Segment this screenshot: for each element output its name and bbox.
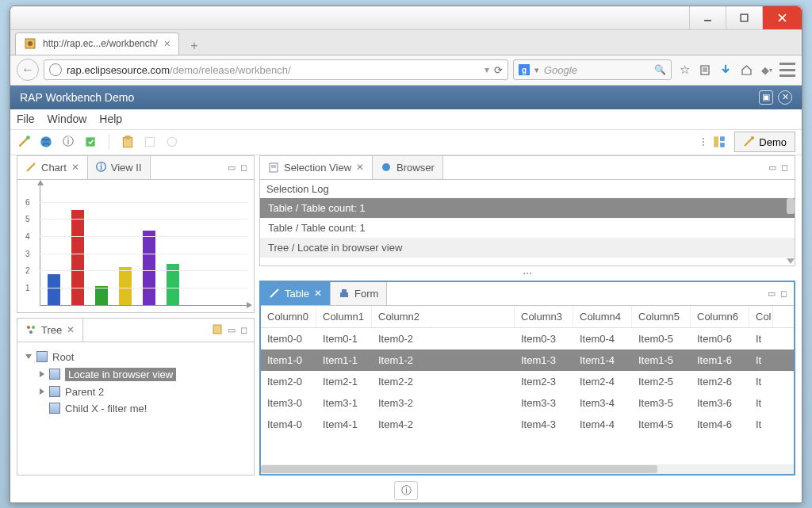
list-item[interactable]: Table / Table count: 1 [260,218,795,238]
chart-bar [143,231,155,304]
table-row[interactable]: Item2-0Item2-1Item2-2Item2-3Item2-4Item2… [261,371,794,392]
table[interactable]: Column0Column1Column2Column3Column4Colum… [261,306,794,474]
bookmark-star-icon[interactable]: ☆ [676,62,692,78]
svg-rect-24 [213,325,221,334]
selection-log-label: Selection Log [260,180,795,198]
restore-icon[interactable]: ▣ [759,90,773,105]
column-header[interactable]: Column0 [261,306,316,327]
minimize-view-icon[interactable]: ▭ [228,162,236,173]
close-icon[interactable]: ✕ [314,288,322,299]
close-icon[interactable]: ✕ [356,162,364,173]
close-button[interactable] [762,6,802,29]
refresh-icon[interactable] [83,135,98,149]
column-header[interactable]: Column3 [515,306,573,327]
maximize-button[interactable] [726,6,762,29]
tab-selection-view[interactable]: Selection View ✕ [260,156,373,179]
table-row[interactable]: Item3-0Item3-1Item3-2Item3-3Item3-4Item3… [261,392,794,414]
browser-tab-strip: http://rap.ec...e/workbench/ × + [10,30,802,55]
search-icon[interactable]: 🔍 [654,64,666,75]
minimize-button[interactable] [689,6,726,29]
tree-root[interactable]: Root [24,349,247,365]
minimize-view-icon[interactable]: ▭ [768,288,776,299]
downloads-icon[interactable] [718,62,733,78]
help-status-icon[interactable]: ⓘ [394,481,418,500]
svg-point-16 [167,137,176,146]
perspective-icon[interactable] [712,135,726,149]
reading-list-icon[interactable] [697,62,713,78]
column-header[interactable]: Col [749,306,773,327]
svg-point-23 [29,330,33,334]
overflow-icon[interactable] [703,138,704,146]
svg-point-5 [28,41,33,46]
toolbar: ⓘ Demo [10,130,802,155]
table-row[interactable]: Item0-0Item0-1Item0-2Item0-3Item0-4Item0… [261,328,794,349]
log-list[interactable]: Table / Table count: 1 Table / Table cou… [260,198,795,265]
url-input[interactable]: rap.eclipsesource.com/demo/release/workb… [44,59,508,80]
app-title: RAP Workbench Demo [20,91,134,104]
minimize-view-icon[interactable]: ▭ [228,325,236,335]
scrollbar-thumb[interactable] [787,198,795,214]
maximize-view-icon[interactable]: ◻ [240,325,247,335]
search-input[interactable]: g ▾ Google 🔍 [513,59,672,80]
horizontal-scrollbar[interactable] [261,464,794,474]
tab-tree[interactable]: Tree ✕ [17,319,83,342]
maximize-view-icon[interactable]: ◻ [781,162,788,173]
tab-browser[interactable]: Browser [373,156,443,179]
table-row[interactable]: Item1-0Item1-1Item1-2Item1-3Item1-4Item1… [261,349,794,371]
maximize-view-icon[interactable]: ◻ [240,162,247,173]
browser-tab[interactable]: http://rap.ec...e/workbench/ × [15,32,179,55]
back-button[interactable]: ← [17,59,39,81]
svg-rect-15 [145,137,154,146]
column-header[interactable]: Column4 [573,306,632,327]
table-row[interactable]: Item4-0Item4-1Item4-2Item4-3Item4-4Item4… [261,414,794,435]
tree-item[interactable]: Locate in browser view [24,365,247,384]
tree-item[interactable]: Child X - filter me! [24,400,247,417]
tab-chart[interactable]: Chart ✕ [17,156,88,179]
menu-window[interactable]: Window [48,113,87,125]
extension-icon[interactable]: ◆▾ [759,62,775,78]
svg-rect-18 [720,136,725,141]
tree-item[interactable]: Parent 2 [24,384,247,400]
app-close-icon[interactable]: ✕ [778,90,792,105]
dropdown-icon[interactable]: ▾ [485,64,489,75]
svg-rect-29 [340,292,348,297]
demo-button[interactable]: Demo [734,132,795,152]
tab-view2[interactable]: ⓘ View II [88,156,151,179]
tab-close-icon[interactable]: × [164,37,170,50]
list-item[interactable]: Table / Table count: 1 [260,198,795,218]
workbench: RAP Workbench Demo ▣ ✕ File Window Help … [10,86,802,502]
svg-point-21 [27,326,30,329]
home-icon[interactable] [738,62,754,78]
search-placeholder: Google [544,64,577,76]
svg-point-11 [40,136,52,147]
menu-button[interactable] [779,62,795,78]
menu-help[interactable]: Help [99,113,122,125]
splitter[interactable] [259,271,795,276]
tab-form[interactable]: Form [331,282,387,305]
tab-table[interactable]: Table ✕ [261,282,331,305]
svg-point-28 [382,163,390,171]
minimize-view-icon[interactable]: ▭ [768,162,776,173]
list-item[interactable]: Tree / Locate in browser view [260,238,795,258]
google-icon: g [519,64,530,75]
table-view: Table ✕ Form ▭◻ Column0Column1Column2Col… [259,281,795,476]
close-icon[interactable]: ✕ [67,324,75,335]
help-icon[interactable]: ⓘ [61,135,75,149]
chart-bar [71,210,84,304]
svg-rect-12 [86,137,94,146]
column-header[interactable]: Column6 [691,306,749,327]
column-header[interactable]: Column5 [632,306,691,327]
new-tab-button[interactable]: + [186,37,203,55]
chart-bar [48,274,60,305]
world-icon[interactable] [39,135,53,149]
column-header[interactable]: Column1 [316,306,372,327]
maximize-view-icon[interactable]: ◻ [780,288,787,299]
reload-button[interactable]: ⟳ [494,64,503,76]
clipboard-icon[interactable] [212,323,223,336]
menu-file[interactable]: File [17,113,35,125]
wand-icon[interactable] [17,135,31,149]
scroll-down-icon[interactable] [787,258,795,264]
column-header[interactable]: Column2 [372,306,515,327]
close-icon[interactable]: ✕ [71,162,79,173]
paste-icon[interactable] [121,135,135,149]
